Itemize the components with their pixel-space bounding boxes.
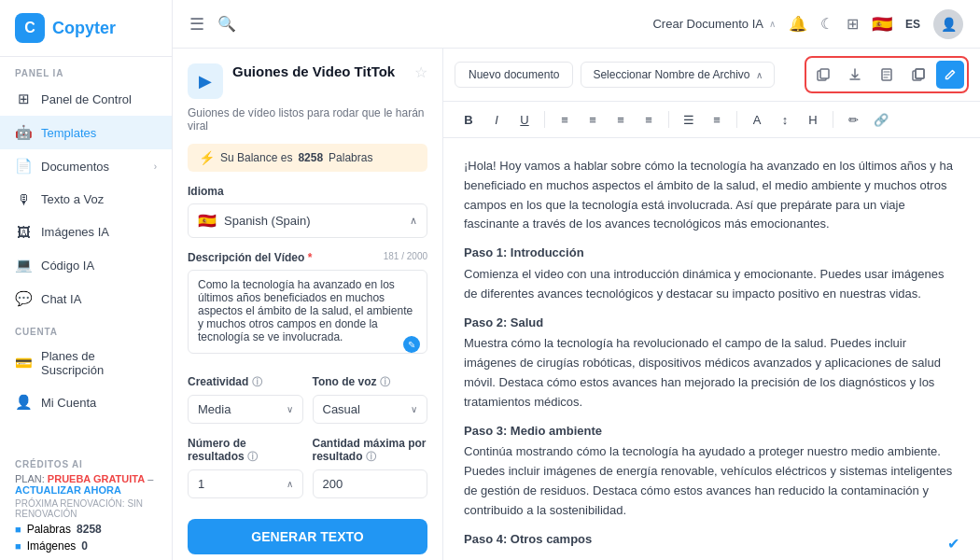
doc-intro: ¡Hola! Hoy vamos a hablar sobre cómo la … <box>464 157 959 234</box>
info-icon4[interactable]: ⓘ <box>366 451 376 462</box>
edit-doc-button[interactable] <box>936 61 964 89</box>
image-icon: 🖼 <box>15 224 32 240</box>
num-max-row: Número de resultados ⓘ 1 ∧ Cantidad máxi… <box>188 437 427 498</box>
desc-label: Descripción del Vídeo * 181 / 2000 <box>188 251 427 264</box>
doc-icon: 📄 <box>15 158 32 175</box>
lang-code: ES <box>905 18 920 31</box>
sidebar-item-templates[interactable]: 🤖 Templates <box>0 116 172 149</box>
chevron-down-icon3: ∧ <box>287 479 293 489</box>
new-doc-tab[interactable]: Nuevo documento <box>455 62 573 88</box>
ordered-list-button[interactable]: ≡ <box>705 107 729 132</box>
doc-name-select[interactable]: Seleccionar Nombre de Archivo ∧ <box>581 62 774 88</box>
sidebar-item-texto-voz[interactable]: 🎙 Texto a Voz <box>0 183 172 216</box>
svg-rect-1 <box>820 69 829 78</box>
renovacion-label: PRÓXIMA RENOVACIÓN: SIN RENOVACIÓN <box>15 498 157 519</box>
align-center-button[interactable]: ≡ <box>581 107 605 132</box>
search-icon[interactable]: 🔍 <box>217 15 236 33</box>
underline-button[interactable]: U <box>512 107 537 132</box>
align-left-button[interactable]: ≡ <box>553 107 577 132</box>
step-3-text: Continúa mostrando cómo la tecnología ha… <box>464 442 959 520</box>
crear-label: Crear Documento IA <box>652 17 763 31</box>
copy2-doc-button[interactable] <box>904 61 932 89</box>
expand-icon[interactable]: ⊞ <box>847 15 859 33</box>
plan-label: PLAN: <box>15 473 45 484</box>
file-doc-button[interactable] <box>873 61 901 89</box>
tono-field: Tono de voz ⓘ Casual ∨ <box>313 375 428 424</box>
desc-counter: 181 / 2000 <box>384 251 427 261</box>
language-select[interactable]: 🇪🇸 Spanish (Spain) ∧ <box>188 203 427 238</box>
info-icon[interactable]: ⓘ <box>252 376 262 387</box>
images-icon: ■ <box>15 540 21 552</box>
prueba-label[interactable]: PRUEBA GRATUITA <box>48 473 145 484</box>
max-results-field: Cantidad máxima por resultado ⓘ 200 <box>313 437 428 498</box>
copy-doc-button[interactable] <box>809 61 837 89</box>
max-results-input[interactable]: 200 <box>313 469 428 498</box>
font-color-button[interactable]: A <box>745 107 769 132</box>
template-icon: ▶ <box>188 63 223 99</box>
sidebar-item-imagenes[interactable]: 🖼 Imágenes IA <box>0 216 172 248</box>
num-results-field: Número de resultados ⓘ 1 ∧ <box>188 437 303 498</box>
sidebar-item-label: Planes de Suscripción <box>41 349 157 377</box>
notification-icon[interactable]: 🔔 <box>789 15 807 33</box>
credits-label: CRÉDITOS AI <box>15 459 157 469</box>
format-toolbar: B I U ≡ ≡ ≡ ≡ ☰ ≡ A ↕ H ✏ 🔗 <box>443 102 980 138</box>
moon-icon[interactable]: ☾ <box>820 15 833 33</box>
step-1: Paso 1: Introducción Comienza el video c… <box>464 244 959 303</box>
doc-toolbar: Nuevo documento Seleccionar Nombre de Ar… <box>443 49 980 102</box>
idioma-label: Idioma <box>188 185 427 198</box>
main: ☰ 🔍 Crear Documento IA ∧ 🔔 ☾ ⊞ 🇪🇸 ES 👤 ▶… <box>173 0 980 560</box>
cuenta-label: CUENTA <box>0 315 172 341</box>
download-doc-button[interactable] <box>841 61 869 89</box>
logo-name: Copyter <box>52 19 116 38</box>
link-button[interactable]: 🔗 <box>869 107 893 132</box>
menu-icon[interactable]: ☰ <box>189 14 204 35</box>
sidebar-item-label: Código IA <box>41 259 94 273</box>
creatividad-select[interactable]: Media ∨ <box>188 395 303 424</box>
line-height-button[interactable]: ↕ <box>773 107 797 132</box>
doc-actions <box>805 56 969 93</box>
sidebar-item-planes[interactable]: 💳 Planes de Suscripción <box>0 341 172 385</box>
desc-input[interactable] <box>188 270 427 354</box>
sidebar-item-codigo[interactable]: 💻 Código IA <box>0 248 172 282</box>
sidebar-item-label: Imágenes IA <box>41 225 109 239</box>
sidebar-item-documentos[interactable]: 📄 Documentos › <box>0 149 172 183</box>
lang-flag: 🇪🇸 <box>198 212 217 230</box>
step-2-title: Paso 2: Salud <box>464 314 959 333</box>
info-icon2[interactable]: ⓘ <box>380 376 390 387</box>
imagenes-row: ■ Imágenes 0 <box>15 539 157 553</box>
bold-button[interactable]: B <box>456 107 481 132</box>
list-button[interactable]: ☰ <box>677 107 701 132</box>
chevron-up-icon: ∧ <box>410 215 417 227</box>
code-icon: 💻 <box>15 257 32 273</box>
logo-icon: C <box>15 13 45 43</box>
step-3-title: Paso 3: Medio ambiente <box>464 422 959 441</box>
step-1-title: Paso 1: Introducción <box>464 244 959 263</box>
star-icon[interactable]: ☆ <box>414 63 427 81</box>
balance-label: Su Balance es <box>220 151 292 164</box>
num-results-input[interactable]: 1 ∧ <box>188 469 303 498</box>
tono-select[interactable]: Casual ∨ <box>313 395 428 424</box>
info-icon3[interactable]: ⓘ <box>247 451 258 462</box>
heading-button[interactable]: H <box>801 107 825 132</box>
chevron-down-icon4: ∧ <box>756 70 763 80</box>
avatar[interactable]: 👤 <box>933 9 963 39</box>
creativity-tone-row: Creatividad ⓘ Media ∨ Tono de voz ⓘ Casu… <box>188 375 427 424</box>
italic-button[interactable]: I <box>484 107 509 132</box>
draw-button[interactable]: ✏ <box>841 107 865 132</box>
sidebar-item-mi-cuenta[interactable]: 👤 Mi Cuenta <box>0 385 172 419</box>
sidebar-item-chat[interactable]: 💬 Chat IA <box>0 282 172 315</box>
generate-button[interactable]: GENERAR TEXTO <box>188 519 427 554</box>
align-right-button[interactable]: ≡ <box>609 107 633 132</box>
desc-wrapper: ✎ <box>188 270 427 362</box>
actualizar-link[interactable]: ACTUALIZAR AHORA <box>15 484 121 496</box>
template-header: ▶ Guiones de Video TitTok ☆ <box>188 63 427 99</box>
chevron-down-icon: ∨ <box>287 404 293 414</box>
step-4: Paso 4: Otros campos ✔ <box>464 530 959 556</box>
sidebar-item-panel-control[interactable]: ⊞ Panel de Control <box>0 82 172 116</box>
balance-box: ⚡ Su Balance es 8258 Palabras <box>188 144 427 172</box>
template-desc: Guiones de vídeo listos para rodar que l… <box>188 106 427 133</box>
select-name-label: Seleccionar Nombre de Archivo <box>593 68 749 81</box>
align-justify-button[interactable]: ≡ <box>637 107 661 132</box>
max-results-val: 200 <box>323 477 418 491</box>
crear-documento-button[interactable]: Crear Documento IA ∧ <box>652 17 776 31</box>
